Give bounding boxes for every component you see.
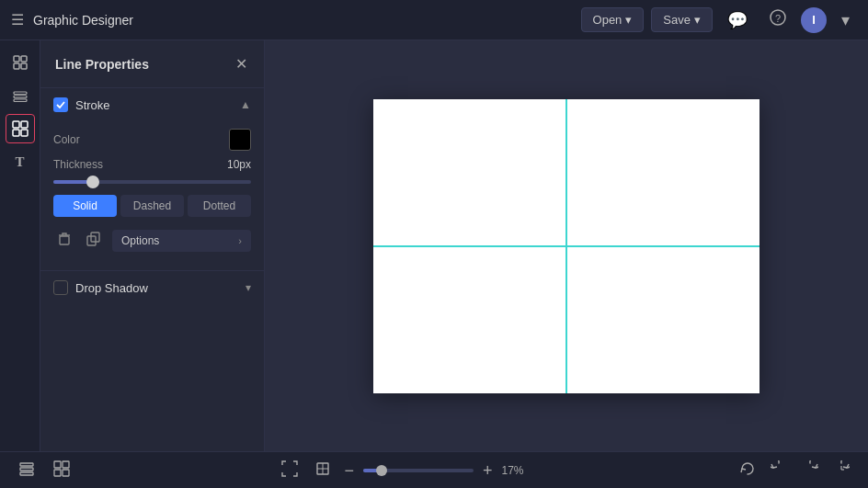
svg-rect-8	[14, 99, 27, 102]
fit-view-button[interactable]	[278, 457, 302, 484]
undo-button[interactable]	[767, 457, 791, 484]
sidebar-text-button[interactable]: T	[6, 147, 35, 176]
properties-panel: Line Properties ✕ Stroke ▲ Color T	[40, 40, 265, 451]
delete-stroke-button[interactable]	[53, 228, 75, 254]
layers-panel-button[interactable]	[15, 457, 39, 484]
save-button[interactable]: Save ▾	[651, 7, 713, 32]
thickness-row: Thickness 10px	[53, 158, 251, 171]
sidebar-shapes-button[interactable]	[6, 114, 35, 143]
stroke-section: Stroke ▲ Color Thickness 10px	[40, 88, 264, 271]
canvas-horizontal-line	[373, 245, 760, 247]
svg-rect-5	[21, 63, 27, 69]
options-button[interactable]: Options ›	[112, 230, 251, 252]
avatar[interactable]: I	[801, 7, 827, 33]
svg-rect-22	[63, 470, 69, 476]
menu-icon[interactable]: ☰	[11, 11, 24, 28]
history-button[interactable]	[829, 457, 853, 484]
main-body: T Line Properties ✕ Stroke ▲ Color	[0, 40, 868, 451]
color-row: Color	[53, 129, 251, 151]
stroke-contents: Color Thickness 10px Solid Dashed	[40, 121, 264, 270]
panel-header: Line Properties ✕	[40, 40, 264, 88]
line-style-row: Solid Dashed Dotted	[53, 195, 251, 217]
svg-rect-13	[60, 236, 69, 244]
drop-shadow-checkbox[interactable]	[53, 280, 68, 295]
bottom-right	[736, 457, 853, 484]
svg-rect-16	[20, 463, 33, 466]
thickness-slider[interactable]	[53, 180, 251, 184]
svg-rect-17	[20, 468, 33, 471]
dotted-style-button[interactable]: Dotted	[188, 195, 251, 217]
stroke-section-header[interactable]: Stroke ▲	[40, 88, 264, 121]
topbar: ☰ Graphic Designer Open ▾ Save ▾ 💬 ? I ▾	[0, 0, 868, 40]
panel-title: Line Properties	[55, 57, 149, 72]
svg-rect-7	[14, 96, 27, 98]
sidebar-home-button[interactable]	[6, 48, 35, 77]
drop-shadow-section[interactable]: Drop Shadow ▾	[40, 271, 264, 304]
panel-close-button[interactable]: ✕	[234, 53, 249, 74]
svg-rect-3	[21, 56, 27, 62]
bottom-center: − + 17%	[74, 457, 736, 484]
copy-stroke-button[interactable]	[83, 228, 105, 254]
sidebar-layers-button[interactable]	[6, 81, 35, 110]
redo-button[interactable]	[798, 457, 822, 484]
thickness-value: 10px	[227, 158, 251, 171]
color-label: Color	[53, 133, 229, 146]
app-title: Graphic Designer	[33, 13, 581, 28]
svg-rect-2	[14, 56, 19, 62]
svg-rect-10	[21, 121, 28, 128]
canvas-area	[265, 40, 868, 451]
svg-rect-21	[54, 470, 61, 476]
drop-shadow-chevron: ▾	[246, 281, 251, 294]
icon-sidebar: T	[0, 40, 40, 451]
bottom-left	[15, 457, 74, 484]
svg-rect-19	[54, 461, 61, 468]
open-chevron: ▾	[625, 13, 632, 27]
options-chevron: ›	[238, 235, 242, 246]
chat-icon-button[interactable]: 💬	[720, 6, 755, 34]
zoom-out-button[interactable]: −	[344, 462, 354, 479]
zoom-value: 17%	[502, 464, 531, 477]
svg-rect-4	[14, 63, 19, 69]
refresh-button[interactable]	[736, 457, 760, 484]
svg-rect-6	[14, 92, 27, 95]
zoom-slider-thumb[interactable]	[376, 465, 387, 476]
solid-style-button[interactable]: Solid	[53, 195, 117, 217]
thickness-label: Thickness	[53, 158, 227, 171]
canvas[interactable]	[373, 99, 760, 393]
stroke-checkbox[interactable]	[53, 97, 68, 112]
svg-text:?: ?	[775, 13, 781, 24]
stroke-label: Stroke	[75, 98, 240, 112]
open-button[interactable]: Open ▾	[581, 7, 645, 32]
open-label: Open	[593, 13, 622, 27]
icon-action-row: Options ›	[53, 228, 251, 254]
dashed-style-button[interactable]: Dashed	[120, 195, 184, 217]
slider-thumb[interactable]	[86, 176, 99, 188]
options-label: Options	[121, 234, 159, 247]
svg-rect-12	[21, 130, 28, 136]
account-chevron[interactable]: ▾	[834, 6, 857, 34]
help-icon-button[interactable]: ?	[762, 6, 794, 34]
grid-view-button[interactable]	[50, 457, 74, 484]
stroke-chevron-up: ▲	[240, 98, 251, 111]
save-label: Save	[663, 13, 691, 27]
save-chevron: ▾	[694, 13, 701, 27]
svg-rect-20	[63, 461, 69, 468]
color-swatch[interactable]	[229, 129, 251, 151]
bottombar: − + 17%	[0, 451, 868, 488]
svg-rect-18	[20, 472, 33, 475]
crop-button[interactable]	[311, 457, 335, 484]
svg-rect-9	[13, 121, 19, 128]
zoom-slider[interactable]	[363, 469, 474, 472]
zoom-in-button[interactable]: +	[483, 462, 493, 479]
svg-rect-11	[13, 130, 19, 136]
topbar-actions: Open ▾ Save ▾ 💬 ? I ▾	[581, 6, 857, 34]
drop-shadow-label: Drop Shadow	[75, 281, 246, 295]
